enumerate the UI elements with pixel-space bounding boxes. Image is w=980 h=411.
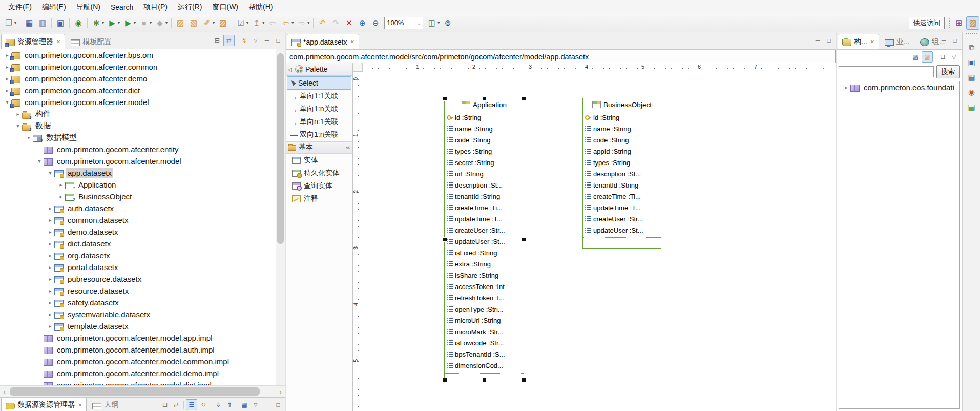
refresh-icon[interactable]: ↻ — [198, 400, 208, 410]
view-menu-icon[interactable]: ▽ — [251, 400, 261, 410]
menu-文件(F)[interactable]: 文件(F) — [3, 1, 37, 14]
tree-item-com.primeton.gocom.afcenter.common[interactable]: ▸com.primeton.gocom.afcenter.common — [0, 61, 285, 73]
entity-field-accessToken[interactable]: accessToken :Int — [445, 281, 524, 292]
undo-icon[interactable]: ↶ — [316, 17, 328, 29]
tree-item-com.primeton.gocom.afcenter.model[interactable]: ▾com.primeton.gocom.afcenter.model — [0, 155, 285, 167]
entity-field-createTime[interactable]: createTime :Ti... — [445, 202, 524, 213]
chevron-right-icon[interactable]: ▸ — [46, 229, 54, 235]
console-icon[interactable]: ▣ — [54, 17, 67, 29]
entity-field-microUrl[interactable]: microUrl :String — [445, 315, 524, 326]
scrollbar-thumb[interactable] — [277, 53, 284, 244]
diagram-surface[interactable]: Applicationid :Stringname :Stringcode :S… — [362, 71, 836, 411]
task-icon[interactable]: ☑▾ — [235, 17, 249, 29]
tree-item-safety.datasetx[interactable]: ▸safety.datasetx — [0, 297, 285, 309]
right-tab-业...[interactable]: 业... — [880, 34, 914, 49]
delete-icon[interactable]: ✕ — [343, 17, 355, 29]
chevron-right-icon[interactable]: ▸ — [46, 312, 54, 317]
entity-field-updateUser[interactable]: updateUser :St... — [445, 236, 524, 247]
tree-item-com.primeton.gocom.afcenter.entity[interactable]: com.primeton.gocom.afcenter.entity — [0, 143, 285, 155]
selection-handle[interactable] — [482, 96, 487, 101]
chevron-right-icon[interactable]: ▸ — [57, 182, 65, 188]
minimize-icon[interactable]: ─ — [812, 35, 823, 46]
back-icon[interactable]: ⇦▾ — [280, 17, 295, 29]
menu-编辑(E)[interactable]: 编辑(E) — [37, 1, 71, 14]
explorer-tab-资源管理器[interactable]: 资源管理器✕ — [1, 34, 65, 49]
entity-field-id[interactable]: id :String — [583, 112, 661, 123]
palette-tool-双向1:n关联[interactable]: —双向1:n关联 — [287, 129, 351, 141]
maximize-icon[interactable]: □ — [824, 35, 834, 46]
entity-field-code[interactable]: code :String — [583, 134, 661, 146]
chevron-right-icon[interactable]: ▸ — [46, 206, 54, 211]
entity-field-name[interactable]: name :String — [583, 123, 661, 134]
chevron-down-icon[interactable]: ▾ — [46, 170, 54, 176]
selection-handle[interactable] — [443, 237, 447, 242]
restore-views-icon[interactable]: ⧉ — [965, 41, 978, 54]
chevron-right-icon[interactable]: ▸ — [46, 264, 54, 270]
chevron-right-icon[interactable]: ▸ — [14, 111, 22, 117]
maximize-icon[interactable]: □ — [950, 35, 960, 46]
tree-item-dict.datasetx[interactable]: ▸dict.datasetx — [0, 238, 285, 250]
quick-access-box[interactable]: 快速访问 — [909, 17, 945, 29]
import-icon[interactable]: ⇓ — [213, 400, 223, 410]
entity-field-createUser[interactable]: createUser :Str... — [583, 213, 661, 224]
tree-item-com.primeton.gocom.afcenter.model[interactable]: ▾com.primeton.gocom.afcenter.model — [0, 96, 285, 108]
menu-Search[interactable]: Search — [106, 1, 138, 13]
palette-tool-注释[interactable]: 注释 — [287, 193, 351, 205]
forward-icon[interactable]: ⇨▾ — [296, 17, 310, 29]
menu-项目(P)[interactable]: 项目(P) — [138, 1, 173, 14]
palette-tool-单向n:1关联[interactable]: →单向n:1关联 — [287, 116, 351, 128]
tree-item-com.primeton.gocom.afcenter.demo[interactable]: ▸com.primeton.gocom.afcenter.demo — [0, 73, 285, 85]
tree-item-Application[interactable]: ▸Application — [0, 179, 285, 191]
search-input[interactable] — [839, 66, 934, 77]
entity-field-name[interactable]: name :String — [445, 123, 524, 134]
selection-handle[interactable] — [522, 96, 526, 101]
entity-field-openType[interactable]: openType :Stri... — [445, 303, 524, 315]
open-resource-icon[interactable]: ▨ — [174, 17, 186, 29]
tree-item-数据[interactable]: ▾数据 — [0, 120, 285, 132]
tree-item-systemvariable.datasetx[interactable]: ▸systemvariable.datasetx — [0, 309, 285, 320]
debug-icon[interactable]: ✱▾ — [90, 17, 105, 29]
collapse-all-icon[interactable]: ⊟ — [160, 400, 170, 410]
entity-header[interactable]: BusinessObject — [583, 98, 661, 111]
vertical-scrollbar[interactable] — [276, 49, 285, 385]
server-start-icon[interactable]: ◉ — [72, 17, 85, 29]
selection-handle[interactable] — [522, 378, 526, 382]
maximize-icon[interactable]: □ — [273, 400, 283, 410]
new-wizard-icon[interactable]: ❐▾ — [3, 17, 17, 29]
tree-item-resource.datasetx[interactable]: ▸resource.datasetx — [0, 285, 285, 297]
current-perspective-icon[interactable]: ▨ — [966, 16, 979, 30]
menu-窗口(W)[interactable]: 窗口(W) — [207, 1, 243, 14]
breadcrumb[interactable]: com.primeton.gocom.afcenter.model/src/co… — [286, 50, 836, 64]
profile-icon[interactable]: ◆▾ — [154, 17, 169, 29]
tree-item-com.primeton.gocom.afcenter.model.auth.impl[interactable]: com.primeton.gocom.afcenter.model.auth.i… — [0, 344, 285, 356]
palette-tool-查询实体[interactable]: 查询实体 — [287, 180, 351, 192]
menu-导航(N)[interactable]: 导航(N) — [71, 1, 106, 14]
zoom-out-icon[interactable]: ⊖ — [369, 17, 382, 29]
editor-tab-app-datasetx[interactable]: *app.datasetx ✕ — [287, 34, 359, 49]
menu-帮助(H)[interactable]: 帮助(H) — [243, 1, 278, 14]
tree-item-构件[interactable]: ▸构件 — [0, 108, 285, 120]
tree-item-demo.datasetx[interactable]: ▸demo.datasetx — [0, 226, 285, 238]
palette-collapse-icon[interactable]: ◁ — [288, 67, 295, 72]
selection-handle[interactable] — [443, 96, 447, 101]
selection-handle[interactable] — [482, 378, 487, 382]
back-disabled-icon[interactable]: ⇦ — [266, 17, 279, 29]
search-button[interactable]: 搜索 — [936, 65, 960, 78]
entity-field-isLowcode[interactable]: isLowcode :Str... — [445, 337, 524, 348]
palette-tool-持久化实体[interactable]: 持久化实体 — [287, 167, 351, 179]
workspace-icon[interactable]: ▨ — [922, 51, 933, 63]
menu-运行(R)[interactable]: 运行(R) — [173, 1, 207, 14]
right-tab-构...[interactable]: 构...✕ — [838, 34, 879, 49]
entity-field-code[interactable]: code :String — [445, 134, 524, 146]
save-icon[interactable]: ▦ — [23, 17, 35, 29]
entity-field-updateUser[interactable]: updateUser :St... — [583, 224, 661, 236]
tree-item-app.datasetx[interactable]: ▾app.datasetx — [0, 167, 285, 179]
minimize-icon[interactable]: ─ — [262, 35, 272, 46]
collapse-all-icon[interactable]: ⊟ — [937, 52, 948, 62]
tree-item-com.primeton.gocom.afcenter.dict[interactable]: ▸com.primeton.gocom.afcenter.dict — [0, 85, 285, 96]
palette-section-basic[interactable]: 基本 ≪ — [286, 141, 352, 154]
entity-field-bpsTenantId[interactable]: bpsTenantId :S... — [445, 348, 524, 360]
tree-item-com.primeton.gocom.afcenter.model.demo.impl[interactable]: com.primeton.gocom.afcenter.model.demo.i… — [0, 367, 285, 379]
tree-item-auth.datasetx[interactable]: ▸auth.datasetx — [0, 202, 285, 214]
tree-item-com.primeton.gocom.afcenter.bps.om[interactable]: ▸com.primeton.gocom.afcenter.bps.om — [0, 49, 285, 61]
